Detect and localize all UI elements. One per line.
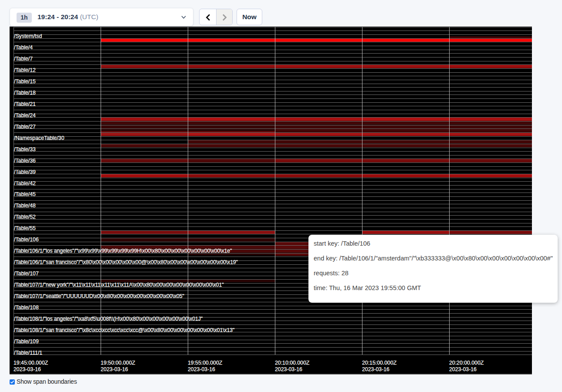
svg-text:/Table/108/1/"san francisco"/": /Table/108/1/"san francisco"/"\x8c\xcc\x…	[14, 327, 234, 333]
svg-text:/Table/55: /Table/55	[14, 225, 36, 231]
svg-text:20:20:00.000Z: 20:20:00.000Z	[449, 360, 484, 366]
svg-text:/Table/39: /Table/39	[14, 169, 36, 175]
svg-text:/Table/107/1/"new york"/"\x11\: /Table/107/1/"new york"/"\x11\x11\x11\x1…	[14, 282, 223, 288]
svg-text:/Table/21: /Table/21	[14, 101, 36, 107]
svg-text:/Table/107/1/"seattle"/"UUUUUU: /Table/107/1/"seattle"/"UUUUUUD\x00\x80\…	[14, 293, 184, 299]
svg-text:/Table/107: /Table/107	[14, 270, 39, 277]
svg-text:/Table/48: /Table/48	[14, 203, 36, 209]
svg-text:20:15:00.000Z: 20:15:00.000Z	[362, 360, 397, 366]
svg-text:/Table/45: /Table/45	[14, 191, 36, 197]
svg-text:/Table/12: /Table/12	[14, 67, 36, 73]
svg-text:/System/tsd: /System/tsd	[14, 33, 42, 39]
svg-text:2023-03-16: 2023-03-16	[275, 366, 302, 372]
svg-text:/Table/106: /Table/106	[14, 237, 39, 243]
svg-text:/Table/108: /Table/108	[14, 304, 39, 311]
svg-text:/Table/36: /Table/36	[14, 158, 36, 164]
svg-text:/Table/24: /Table/24	[14, 112, 36, 118]
svg-text:/Table/109: /Table/109	[14, 338, 39, 345]
svg-text:/Table/4: /Table/4	[14, 44, 33, 51]
svg-text:2023-03-16: 2023-03-16	[188, 366, 215, 372]
svg-text:/Table/108/1/"los angeles"/"\x: /Table/108/1/"los angeles"/"\xa8\xf5\u00…	[14, 316, 203, 322]
svg-text:/Table/27: /Table/27	[14, 124, 36, 130]
svg-text:2023-03-16: 2023-03-16	[101, 366, 128, 372]
svg-text:19:45:00.000Z: 19:45:00.000Z	[14, 360, 48, 366]
svg-text:/Table/111/1: /Table/111/1	[14, 350, 42, 356]
svg-text:/Table/52: /Table/52	[14, 214, 36, 220]
svg-text:2023-03-16: 2023-03-16	[362, 366, 389, 372]
svg-text:/Table/106/1/"los angeles"/"\x: /Table/106/1/"los angeles"/"\x99\x99\x99…	[14, 248, 232, 254]
svg-text:19:55:00.000Z: 19:55:00.000Z	[188, 360, 223, 366]
svg-text:/Table/15: /Table/15	[14, 78, 36, 84]
svg-text:/Table/106/1/"san francisco"/": /Table/106/1/"san francisco"/"\x80\x00\x…	[14, 259, 238, 265]
svg-text:2023-03-16: 2023-03-16	[14, 366, 41, 372]
svg-text:2023-03-16: 2023-03-16	[449, 366, 477, 372]
svg-text:/Table/18: /Table/18	[14, 90, 36, 96]
svg-text:19:50:00.000Z: 19:50:00.000Z	[101, 360, 135, 366]
svg-text:20:10:00.000Z: 20:10:00.000Z	[275, 360, 310, 366]
svg-text:/NamespaceTable/30: /NamespaceTable/30	[14, 135, 64, 141]
svg-text:/Table/7: /Table/7	[14, 56, 33, 62]
svg-text:/Table/33: /Table/33	[14, 146, 36, 152]
svg-text:/Table/42: /Table/42	[14, 180, 36, 186]
